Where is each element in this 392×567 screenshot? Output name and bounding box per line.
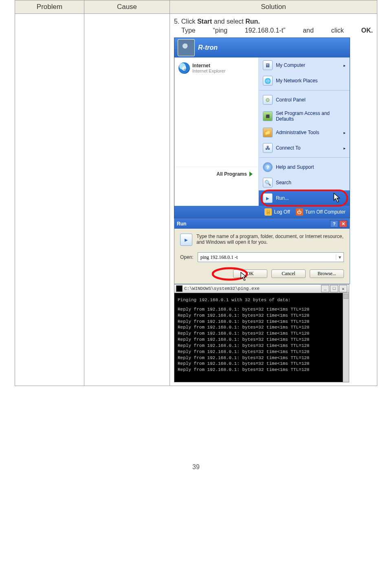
pinned-subtitle: Internet Explorer xyxy=(192,68,225,73)
scroll-thumb[interactable] xyxy=(344,294,348,299)
cmd-title-text: C:\WINDOWS\system32\ping.exe xyxy=(184,286,260,291)
cancel-button[interactable]: Cancel xyxy=(271,269,306,278)
open-input[interactable] xyxy=(198,254,336,260)
th-cause: Cause xyxy=(84,0,170,14)
troubleshoot-table: Problem Cause Solution 5. Click Start an… xyxy=(15,0,377,386)
menu-separator xyxy=(259,90,350,90)
help-button[interactable]: ? xyxy=(330,220,338,227)
figure-start-menu: R-tron Internet Internet Explorer xyxy=(174,38,350,218)
cmd-reply-line: Reply from 192.168.0.1: bytes=32 time<1m… xyxy=(178,349,346,355)
menu-network-places[interactable]: My Network Places xyxy=(259,73,350,88)
chevron-right-icon xyxy=(249,172,253,176)
pinned-internet[interactable]: Internet Internet Explorer xyxy=(174,59,258,77)
user-avatar xyxy=(178,39,195,56)
menu-separator xyxy=(259,157,350,158)
figure-command-prompt: C:\WINDOWS\system32\ping.exe _ □ ✕ Pingi… xyxy=(174,284,349,382)
ie-icon xyxy=(178,62,190,74)
cell-cause xyxy=(84,14,170,386)
cmd-icon xyxy=(176,285,183,292)
chevron-right-icon: ▸ xyxy=(344,63,346,68)
chevron-right-icon: ▸ xyxy=(344,130,346,135)
all-programs[interactable]: All Programs xyxy=(174,167,258,182)
menu-search[interactable]: Search xyxy=(259,175,350,190)
cmd-reply-line: Reply from 192.168.0.1: bytes=32 time<1m… xyxy=(178,343,346,349)
cmd-reply-line: Reply from 192.168.0.1: bytes=32 time<1m… xyxy=(178,319,346,325)
step-5-line2: Type “ping 192.168.0.1-t” and click OK. xyxy=(181,27,373,34)
pinned-title: Internet xyxy=(192,63,225,68)
cursor-icon xyxy=(333,193,342,203)
chevron-down-icon[interactable]: ▾ xyxy=(336,254,344,260)
step-5-line1: 5. Click Start and select Run. xyxy=(174,18,373,25)
run-description: Type the name of a program, folder, docu… xyxy=(180,234,344,246)
browse-button[interactable]: Browse... xyxy=(310,269,344,278)
scrollbar[interactable] xyxy=(343,293,349,382)
cmd-output: Pinging 192.168.0.1 with 32 bytes of dat… xyxy=(174,293,349,382)
cell-problem xyxy=(15,14,84,386)
cmd-reply-line: Reply from 192.168.0.1: bytes=32 time<1m… xyxy=(178,331,346,337)
page-number: 39 xyxy=(15,463,377,471)
cmd-reply-line: Reply from 192.168.0.1: bytes=32 time<1m… xyxy=(178,367,346,373)
admin-tools-icon xyxy=(263,128,273,137)
open-label: Open: xyxy=(180,254,194,260)
cell-solution: 5. Click Start and select Run. Type “pin… xyxy=(170,14,377,386)
cmd-reply-line: Reply from 192.168.0.1: bytes=32 time<1m… xyxy=(178,313,346,319)
start-username: R-tron xyxy=(198,44,218,51)
run-title-text: Run xyxy=(177,221,186,227)
cmd-titlebar: C:\WINDOWS\system32\ping.exe _ □ ✕ xyxy=(174,284,349,293)
run-icon xyxy=(263,193,273,203)
svg-marker-0 xyxy=(334,193,339,202)
svg-marker-2 xyxy=(241,272,246,280)
cmd-reply-line: Reply from 192.168.0.1: bytes=32 time<1m… xyxy=(178,361,346,367)
start-header: R-tron xyxy=(174,38,350,57)
logoff-button[interactable]: ⍈ Log Off xyxy=(264,208,290,216)
cursor-icon xyxy=(240,272,249,282)
start-footer: ⍈ Log Off ⏻ Turn Off Computer xyxy=(174,206,350,218)
control-panel-icon xyxy=(263,95,273,105)
logoff-icon: ⍈ xyxy=(264,208,272,216)
cmd-header-line: Pinging 192.168.0.1 with 32 bytes of dat… xyxy=(178,297,346,303)
cmd-reply-line: Reply from 192.168.0.1: bytes=32 time<1m… xyxy=(178,324,346,331)
network-icon xyxy=(263,76,273,86)
start-right-pane: My Computer ▸ My Network Places Control … xyxy=(259,57,350,206)
cmd-reply-line: Reply from 192.168.0.1: bytes=32 time<1m… xyxy=(178,355,346,361)
menu-my-computer[interactable]: My Computer ▸ xyxy=(259,57,350,73)
th-solution: Solution xyxy=(170,0,377,14)
minimize-button[interactable]: _ xyxy=(321,285,329,292)
th-problem: Problem xyxy=(15,0,84,14)
figure-run-dialog: Run ? ✕ Type the name of a program, fold… xyxy=(174,218,350,284)
menu-admin-tools[interactable]: Administrative Tools ▸ xyxy=(259,125,350,140)
menu-connect-to[interactable]: Connect To ▸ xyxy=(259,140,350,156)
maximize-button[interactable]: □ xyxy=(330,285,338,292)
help-icon xyxy=(263,162,273,172)
cmd-reply-line: Reply from 192.168.0.1: bytes=32 time<1m… xyxy=(178,337,346,343)
monitor-icon xyxy=(263,60,273,70)
turnoff-button[interactable]: ⏻ Turn Off Computer xyxy=(296,208,346,216)
chevron-right-icon: ▸ xyxy=(344,146,346,150)
connect-icon xyxy=(263,143,273,153)
program-access-icon xyxy=(263,111,273,121)
run-titlebar: Run ? ✕ xyxy=(174,219,350,229)
menu-program-access[interactable]: Set Program Access and Defaults xyxy=(259,108,350,125)
power-icon: ⏻ xyxy=(296,208,303,216)
menu-help-support[interactable]: Help and Support xyxy=(259,159,350,175)
start-left-pane: Internet Internet Explorer All Programs xyxy=(174,57,259,206)
menu-control-panel[interactable]: Control Panel xyxy=(259,92,350,108)
close-button[interactable]: ✕ xyxy=(339,220,347,227)
run-icon xyxy=(180,234,192,246)
search-icon xyxy=(263,178,273,188)
close-button[interactable]: ✕ xyxy=(339,285,347,292)
cmd-reply-line: Reply from 192.168.0.1: bytes=32 time<1m… xyxy=(178,307,346,313)
open-combobox[interactable]: ▾ xyxy=(198,252,344,262)
